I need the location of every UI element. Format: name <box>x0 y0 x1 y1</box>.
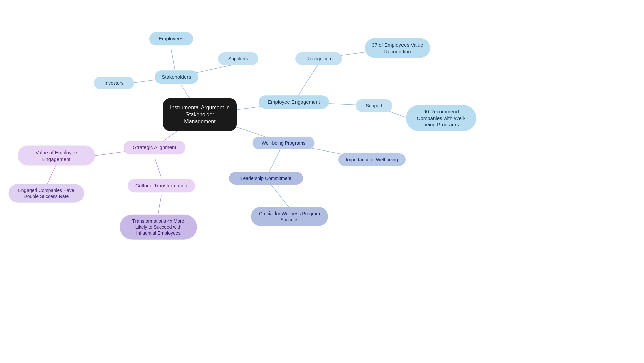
strategic-alignment-label: Strategic Alignment <box>133 144 176 151</box>
employee-engagement-node: Employee Engagement <box>259 95 329 109</box>
recommend-companies-label: 90 Recommend Companies with Well-being P… <box>412 108 470 128</box>
svg-line-15 <box>46 164 56 186</box>
leadership-commitment-label: Leadership Commitment <box>240 175 292 181</box>
employees-label: Employees <box>159 35 183 42</box>
support-label: Support <box>366 103 382 109</box>
svg-line-16 <box>155 158 161 178</box>
recommend-companies-node: 90 Recommend Companies with Well-being P… <box>406 105 476 131</box>
wellbeing-programs-label: Well-being Programs <box>262 140 305 146</box>
recognition-node: Recognition <box>295 52 342 65</box>
crucial-wellness-label: Crucial for Wellness Program Success <box>257 210 322 223</box>
employees-value-recognition-label: 37 of Employees Value Recognition <box>371 42 424 55</box>
svg-line-17 <box>158 195 161 213</box>
leadership-commitment-node: Leadership Commitment <box>229 172 303 185</box>
recognition-label: Recognition <box>306 56 331 62</box>
importance-wellbeing-label: Importance of Well-being <box>346 157 398 163</box>
engaged-companies-label: Engaged Companies Have Double Success Ra… <box>15 187 78 199</box>
transformations-node: Transformations 4x More Likely to Succee… <box>120 215 197 240</box>
strategic-alignment-node: Strategic Alignment <box>124 141 186 154</box>
wellbeing-programs-node: Well-being Programs <box>253 137 315 149</box>
center-node: Instrumental Argument in Stakeholder Man… <box>163 98 237 131</box>
suppliers-node: Suppliers <box>218 52 258 65</box>
investors-node: Investors <box>94 77 134 89</box>
importance-wellbeing-node: Importance of Well-being <box>338 153 406 166</box>
value-employee-engagement-label: Value of Employee Engagement <box>24 149 89 162</box>
stakeholders-node: Stakeholders <box>155 70 198 84</box>
suppliers-label: Suppliers <box>228 56 248 62</box>
cultural-transformation-node: Cultural Transformation <box>128 179 195 192</box>
transformations-label: Transformations 4x More Likely to Succee… <box>126 218 191 236</box>
engaged-companies-node: Engaged Companies Have Double Success Ra… <box>9 184 84 203</box>
center-label: Instrumental Argument in Stakeholder Man… <box>170 104 230 125</box>
value-employee-engagement-node: Value of Employee Engagement <box>18 146 95 166</box>
cultural-transformation-label: Cultural Transformation <box>135 182 187 189</box>
stakeholders-label: Stakeholders <box>162 74 191 80</box>
investors-label: Investors <box>105 80 124 86</box>
crucial-wellness-node: Crucial for Wellness Program Success <box>251 207 328 226</box>
employee-engagement-label: Employee Engagement <box>268 99 320 105</box>
support-node: Support <box>356 99 392 112</box>
employees-value-recognition-node: 37 of Employees Value Recognition <box>365 38 430 58</box>
employees-node: Employees <box>149 32 193 45</box>
